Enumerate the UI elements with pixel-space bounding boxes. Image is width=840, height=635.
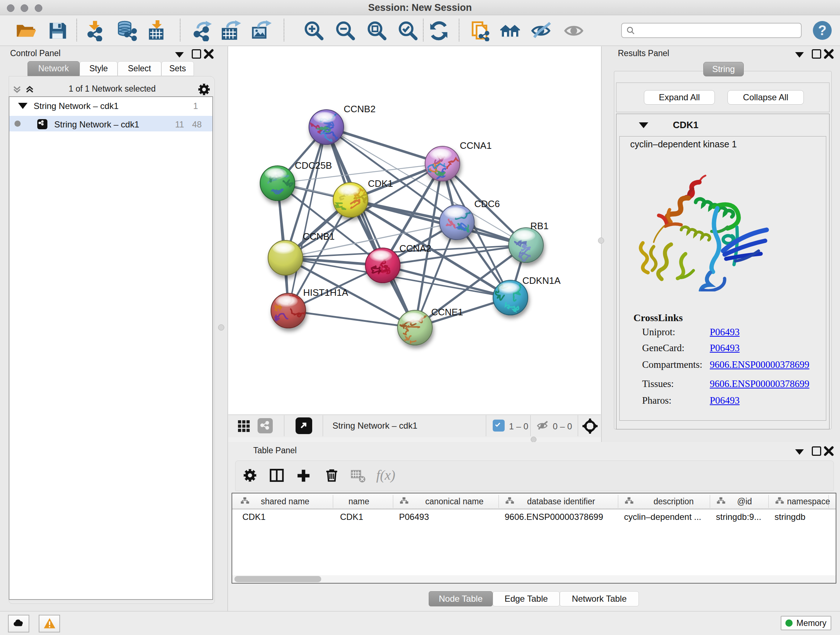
svg-text:CDK1: CDK1 bbox=[368, 178, 393, 189]
svg-text:CCNB1: CCNB1 bbox=[303, 231, 335, 242]
svg-text:CCNE1: CCNE1 bbox=[431, 307, 463, 318]
svg-text:CCNA1: CCNA1 bbox=[460, 140, 492, 151]
svg-text:CDKN1A: CDKN1A bbox=[523, 275, 561, 286]
svg-text:RB1: RB1 bbox=[531, 220, 549, 231]
svg-text:CDC6: CDC6 bbox=[474, 198, 500, 209]
svg-text:CCNB2: CCNB2 bbox=[344, 103, 376, 114]
svg-text:CCNA2: CCNA2 bbox=[399, 243, 431, 254]
svg-text:HIST1H1A: HIST1H1A bbox=[303, 287, 348, 298]
svg-text:CDC25B: CDC25B bbox=[295, 160, 332, 171]
